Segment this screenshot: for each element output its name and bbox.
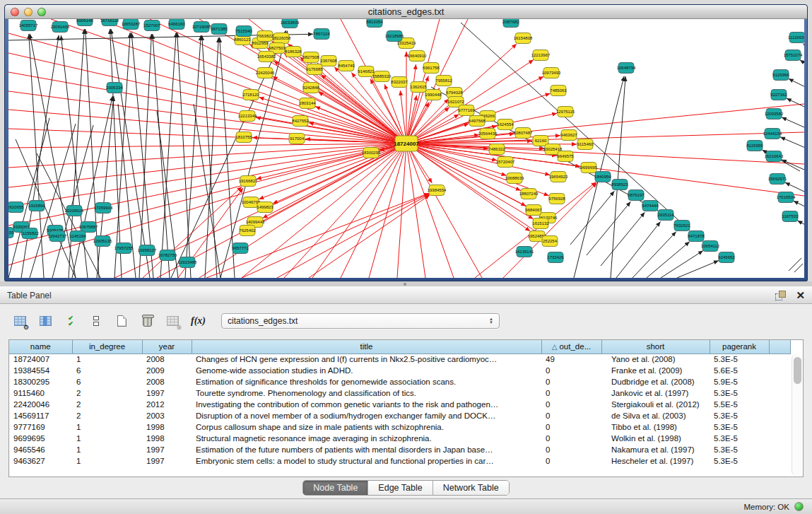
graph-node[interactable]: 1167533 bbox=[782, 211, 799, 222]
graph-node[interactable]: 17016504 bbox=[777, 192, 796, 203]
scrollbar-thumb[interactable] bbox=[794, 357, 801, 384]
table-cell[interactable]: 5.3E-5 bbox=[710, 421, 769, 433]
graph-node[interactable]: 8115955 bbox=[747, 141, 764, 151]
graph-node[interactable]: 9129966 bbox=[772, 70, 789, 81]
table-cell[interactable]: 2 bbox=[72, 399, 142, 410]
graph-node[interactable]: 17359904 bbox=[94, 203, 113, 214]
show-columns-button[interactable] bbox=[38, 314, 52, 328]
graph-node[interactable]: 7485063 bbox=[550, 86, 567, 96]
graph-node[interactable]: 12942737 bbox=[48, 231, 67, 242]
graph-node[interactable]: 1499823 bbox=[257, 202, 273, 213]
graph-node[interactable]: 1527007 bbox=[143, 21, 160, 31]
tab-network-table[interactable]: Network Table bbox=[433, 481, 509, 495]
graph-node[interactable]: 7857224 bbox=[313, 29, 330, 40]
panel-divider[interactable] bbox=[0, 281, 812, 286]
graph-node[interactable]: 19166827 bbox=[239, 176, 258, 187]
table-cell[interactable]: 1998 bbox=[142, 433, 192, 444]
table-cell[interactable]: 1998 bbox=[142, 421, 192, 433]
table-cell[interactable]: 5.3E-5 bbox=[710, 455, 769, 467]
graph-node[interactable]: 7663822 bbox=[257, 31, 273, 42]
graph-node[interactable]: 2718120 bbox=[242, 90, 259, 100]
table-cell[interactable]: 5.6E-5 bbox=[710, 365, 769, 376]
graph-node[interactable]: 22420046 bbox=[256, 68, 275, 78]
table-cell[interactable]: 2 bbox=[72, 387, 142, 399]
graph-node[interactable]: 12923488 bbox=[178, 257, 197, 268]
graph-node[interactable]: 1615132 bbox=[532, 218, 549, 229]
graph-node[interactable]: 8939159 bbox=[8, 228, 14, 238]
graph-node[interactable]: 8938923 bbox=[611, 180, 628, 190]
column-header-pagerank[interactable]: pagerank bbox=[710, 340, 769, 354]
network-graph[interactable]: 1872400718300295886012389129591822605898… bbox=[8, 19, 804, 278]
table-cell[interactable]: 9777169 bbox=[9, 421, 72, 433]
table-cell[interactable]: Wolkin et al. (1998) bbox=[601, 433, 710, 444]
graph-node[interactable]: 2087682 bbox=[502, 19, 519, 28]
graph-node[interactable]: 10688639 bbox=[505, 173, 524, 184]
table-cell[interactable]: 1997 bbox=[142, 444, 192, 455]
table-cell[interactable]: 9465546 bbox=[9, 444, 72, 455]
table-cell[interactable]: 0 bbox=[541, 444, 601, 455]
table-row[interactable]: 911546021997Tourette syndrome. Phenomeno… bbox=[9, 387, 790, 399]
table-cell[interactable]: Corpus callosum shape and size in male p… bbox=[192, 421, 541, 433]
graph-node[interactable]: 9756928 bbox=[548, 194, 565, 204]
graph-node[interactable]: 1624554 bbox=[497, 119, 514, 130]
table-cell[interactable]: 0 bbox=[541, 399, 601, 410]
table-cell[interactable]: Hescheler et al. (1997) bbox=[601, 455, 710, 467]
table-cell[interactable]: 5.5E-5 bbox=[710, 399, 769, 410]
graph-node[interactable]: 9777169 bbox=[458, 105, 475, 116]
graph-node[interactable]: 10958107 bbox=[138, 245, 157, 256]
table-cell[interactable]: 1 bbox=[72, 433, 142, 444]
table-cell[interactable]: 2008 bbox=[142, 376, 192, 387]
graph-node[interactable]: 9245652 bbox=[718, 252, 735, 263]
table-cell[interactable]: 5.3E-5 bbox=[710, 410, 769, 421]
table-cell[interactable]: 1997 bbox=[142, 455, 192, 467]
graph-node[interactable]: 12093582 bbox=[765, 109, 784, 119]
table-cell[interactable]: 2003 bbox=[142, 410, 192, 421]
column-header-short[interactable]: short bbox=[601, 340, 710, 354]
graph-node[interactable]: 18807249 bbox=[519, 189, 539, 199]
table-cell[interactable]: Estimation of significance thresholds fo… bbox=[192, 376, 541, 387]
graph-node[interactable]: 15692971 bbox=[768, 174, 787, 185]
graph-node[interactable]: 1362615 bbox=[410, 82, 427, 93]
table-cell[interactable]: 0 bbox=[541, 365, 601, 376]
graph-node[interactable]: 10807487 bbox=[514, 128, 533, 139]
table-cell[interactable]: Yano et al. (2008) bbox=[601, 354, 710, 365]
graph-node[interactable]: 16716118 bbox=[100, 19, 119, 26]
graph-node[interactable]: 10654112 bbox=[701, 241, 720, 252]
table-cell[interactable]: Dudbridge et al. (2008) bbox=[601, 376, 710, 387]
column-header-year[interactable]: year bbox=[142, 340, 192, 354]
table-cell[interactable]: 9463627 bbox=[9, 455, 72, 467]
graph-node[interactable]: 9649575 bbox=[557, 151, 574, 162]
column-header-title[interactable]: title bbox=[192, 340, 541, 354]
graph-node[interactable]: 2803144 bbox=[299, 98, 316, 109]
table-row[interactable]: 946362711997Embryonic stem cells: a mode… bbox=[9, 455, 790, 467]
row-height-button[interactable] bbox=[89, 314, 103, 328]
table-cell[interactable]: Tibbo et al. (1998) bbox=[601, 421, 710, 433]
graph-node[interactable]: 9474444 bbox=[642, 201, 659, 211]
table-cell[interactable]: 0 bbox=[541, 376, 601, 387]
table-cell[interactable]: Franke et al. (2009) bbox=[601, 365, 710, 376]
graph-node[interactable]: 9115460 bbox=[577, 139, 594, 150]
column-header-out-de-[interactable]: △out_de... bbox=[541, 340, 601, 354]
table-row[interactable]: 946554611997Estimation of the future num… bbox=[9, 444, 790, 455]
graph-node[interactable]: 15751074 bbox=[784, 50, 803, 61]
graph-node[interactable]: 20564436 bbox=[478, 129, 498, 139]
table-cell[interactable]: 1 bbox=[72, 421, 142, 433]
graph-node[interactable]: 6497568 bbox=[469, 116, 486, 127]
graph-node[interactable]: 7486322 bbox=[488, 144, 505, 155]
table-cell[interactable]: 49 bbox=[541, 354, 601, 365]
graph-node[interactable]: 1915894 bbox=[28, 201, 45, 211]
table-cell[interactable]: Disruption of a novel member of a sodium… bbox=[192, 410, 541, 421]
graph-node[interactable]: 9684067 bbox=[525, 205, 542, 216]
graph-node[interactable]: 10648794 bbox=[617, 63, 636, 74]
graph-node[interactable]: 16033809 bbox=[281, 19, 300, 28]
graph-node[interactable]: 16543382 bbox=[257, 52, 276, 62]
graph-node[interactable]: 14055717 bbox=[19, 21, 38, 31]
graph-node[interactable]: 20206526 bbox=[65, 206, 84, 216]
graph-node[interactable]: 9671385 bbox=[211, 24, 228, 35]
table-cell[interactable]: 2009 bbox=[142, 365, 192, 376]
table-cell[interactable]: 0 bbox=[541, 421, 601, 433]
table-cell[interactable]: 1 bbox=[72, 444, 142, 455]
float-panel-icon[interactable] bbox=[775, 291, 786, 300]
graph-node[interactable]: 16640910 bbox=[408, 51, 427, 62]
graph-node[interactable]: 917004 bbox=[289, 134, 305, 144]
